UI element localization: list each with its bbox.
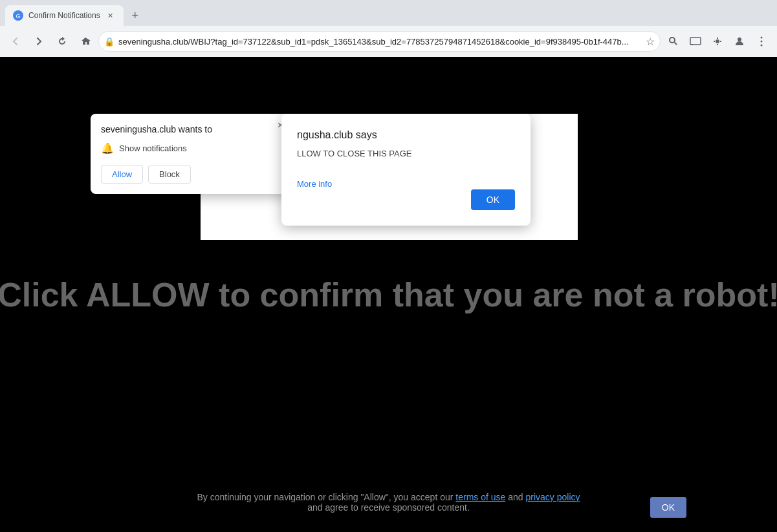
toolbar-right: [663, 31, 772, 52]
address-bar[interactable]: 🔒 seveningusha.club/WBIJ?tag_id=737122&s…: [98, 31, 661, 52]
alert-ok-button[interactable]: OK: [471, 189, 515, 210]
main-page-text: Click ALLOW to confirm that you are not …: [0, 275, 777, 314]
security-icon: 🔒: [104, 37, 115, 47]
notification-permission-popup: × seveningusha.club wants to 🔔 Show noti…: [91, 114, 291, 194]
popup-buttons: Allow Block: [101, 165, 281, 184]
address-text: seveningusha.club/WBIJ?tag_id=737122&sub…: [118, 37, 642, 47]
cast-button[interactable]: [685, 31, 706, 52]
extensions-button[interactable]: [707, 31, 728, 52]
allow-button[interactable]: Allow: [101, 165, 143, 184]
svg-point-2: [670, 37, 675, 43]
footer-after-text: and agree to receive sponsored content.: [307, 502, 470, 513]
block-button[interactable]: Block: [148, 165, 191, 184]
tab-close-button[interactable]: ✕: [105, 10, 116, 21]
page-content: × seveningusha.club wants to 🔔 Show noti…: [0, 57, 777, 532]
profile-button[interactable]: [729, 31, 750, 52]
zoom-button[interactable]: [663, 31, 684, 52]
svg-rect-4: [690, 37, 701, 45]
footer-and-text: and: [505, 492, 525, 502]
active-tab[interactable]: G Confirm Notifications ✕: [5, 5, 124, 26]
home-button[interactable]: [75, 31, 96, 52]
back-button[interactable]: [5, 31, 26, 52]
alert-title: ngusha.club says: [297, 129, 515, 141]
browser-chrome: G Confirm Notifications ✕ + 🔒 seveningus…: [0, 0, 777, 57]
svg-point-8: [761, 41, 763, 43]
svg-point-6: [738, 37, 741, 41]
svg-point-7: [761, 37, 763, 39]
alert-buttons: OK: [297, 189, 515, 210]
alert-dialog: ngusha.club says LLOW TO CLOSE THIS PAGE…: [281, 114, 531, 226]
tab-title: Confirm Notifications: [28, 11, 100, 20]
popup-title: seveningusha.club wants to: [101, 124, 281, 134]
bell-icon: 🔔: [101, 142, 114, 154]
footer-before-text: By continuing your navigation or clickin…: [197, 492, 455, 502]
svg-text:G: G: [16, 13, 20, 19]
terms-link[interactable]: terms of use: [455, 492, 505, 502]
new-tab-button[interactable]: +: [126, 6, 144, 25]
permission-row: 🔔 Show notifications: [101, 142, 281, 154]
tab-bar: G Confirm Notifications ✕ +: [0, 0, 777, 26]
footer-text: By continuing your navigation or clickin…: [195, 492, 583, 513]
alert-message: LLOW TO CLOSE THIS PAGE: [297, 149, 515, 158]
privacy-link[interactable]: privacy policy: [525, 492, 580, 502]
tab-favicon: G: [13, 10, 23, 21]
svg-line-3: [675, 43, 677, 45]
permission-label: Show notifications: [119, 144, 187, 153]
svg-point-9: [761, 45, 763, 47]
reload-button[interactable]: [52, 31, 72, 52]
more-info-link[interactable]: More info: [297, 179, 332, 189]
bookmark-icon[interactable]: ☆: [646, 36, 655, 48]
menu-button[interactable]: [751, 31, 772, 52]
toolbar: 🔒 seveningusha.club/WBIJ?tag_id=737122&s…: [0, 26, 777, 57]
footer-ok-button[interactable]: OK: [650, 497, 686, 518]
forward-button[interactable]: [28, 31, 49, 52]
svg-point-5: [716, 39, 719, 43]
